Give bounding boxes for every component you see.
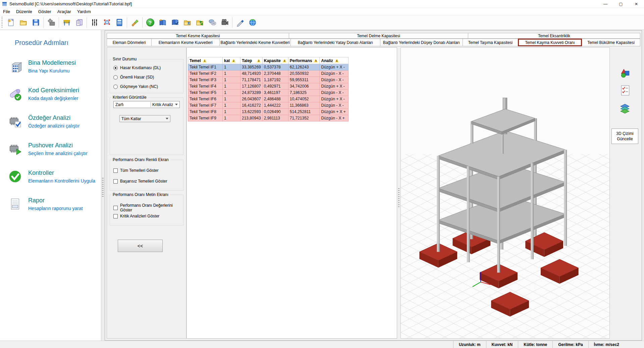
toolbar-frame-view-button[interactable] bbox=[60, 16, 73, 29]
col-kat[interactable]: kat2 bbox=[223, 57, 240, 64]
tab-row: Eleman Dönmeleri Elemanların Kesme Kuvve… bbox=[107, 39, 640, 46]
checkbox-tum-temelleri[interactable]: Tüm Temelleri Göster bbox=[113, 168, 158, 173]
sidebar-splitter[interactable] bbox=[102, 178, 104, 198]
minimize-button[interactable]: — bbox=[598, 0, 613, 8]
table-row[interactable]: Tekil Temel IF91213,809432,98111371,7213… bbox=[188, 115, 348, 121]
toolbar-grip[interactable] bbox=[1, 17, 3, 28]
text-screen-label: Performans Oranı Metin Ekranı bbox=[111, 192, 170, 197]
toolbar-new-file-button[interactable] bbox=[5, 16, 17, 29]
collapse-panel-button[interactable]: << bbox=[118, 240, 163, 252]
status-force-unit: Kuvvet: kN bbox=[486, 341, 518, 348]
sidebar-item-ozdeger-analizi[interactable]: Özdeğer Analizi Özdeğer analizini çalışt… bbox=[7, 114, 101, 129]
tab-eleman-donmeleri[interactable]: Eleman Dönmeleri bbox=[107, 39, 152, 46]
col-performans[interactable]: Performans5 bbox=[288, 57, 320, 64]
sidebar-item-subtitle: Hesapların raporunu yarat bbox=[28, 206, 83, 211]
sort-badge-icon: 4 bbox=[282, 59, 287, 62]
text-screen-group: Performans Oranı Metin Ekranı Performans… bbox=[110, 195, 183, 226]
criteria-combo-option: Kritik Analiz bbox=[152, 102, 173, 107]
toolbar-pen-button[interactable] bbox=[234, 16, 246, 29]
pen-icon bbox=[236, 18, 245, 27]
toolbar-save-button[interactable] bbox=[30, 16, 42, 29]
table-row[interactable]: Tekil Temel IF2148,7149202,37044820,5509… bbox=[188, 70, 348, 77]
checks-list-button[interactable] bbox=[618, 83, 632, 98]
table-viewport-splitter[interactable] bbox=[397, 47, 400, 339]
procedure-sidebar: Prosedür Adımları Bina Modellemesi Bina … bbox=[0, 30, 101, 341]
checkbox-basarisiz-temelleri[interactable]: Başarısız Temelleri Göster bbox=[113, 179, 167, 184]
sidebar-item-rapor[interactable]: Rapor Hesapların raporunu yarat bbox=[7, 196, 101, 212]
sidebar-item-kontroller[interactable]: Kontroller Elemanların Kontrollerini Uyg… bbox=[7, 169, 101, 184]
toolbar-report-button[interactable] bbox=[73, 16, 85, 29]
col-kapasite[interactable]: Kapasite4 bbox=[262, 57, 288, 64]
radio-gocmeye-yakin[interactable]: Göçmeye Yakın (NC) bbox=[113, 84, 158, 89]
tab-dusey-donati[interactable]: Bağlantı Yerlerindeki Düşey Donatı Alanl… bbox=[380, 39, 463, 46]
sidebar-item-bina-modellemesi[interactable]: Bina Modellemesi Bina Yapı Kurulumu bbox=[7, 59, 101, 74]
toolbar-video-button[interactable] bbox=[218, 16, 231, 29]
table-row[interactable]: Tekil Temel IF5124,8732893,4611977,18632… bbox=[188, 90, 348, 96]
window-title: SeismoBuild [C:\Users\seismosoft\Desktop… bbox=[9, 1, 132, 6]
table-row[interactable]: Tekil Temel IF7116,4162721,44422211,3668… bbox=[188, 102, 348, 109]
tab-yatay-donati[interactable]: Bağlantı Yerlerindeki Yatay Donatı Alanl… bbox=[290, 39, 380, 46]
toolbar-open-button[interactable] bbox=[17, 16, 30, 29]
checklist-icon bbox=[619, 84, 631, 97]
col-analiz[interactable]: Analiz6 bbox=[320, 57, 348, 64]
maximize-button[interactable]: ▢ bbox=[613, 0, 629, 8]
tab-bukulme-kapasitesi[interactable]: Temel Bükülme Kapasitesi bbox=[582, 39, 640, 46]
radio-icon bbox=[113, 66, 118, 70]
help-icon: ? bbox=[146, 18, 154, 27]
radio-onemli-hasar[interactable]: Önemli Hasar (SD) bbox=[113, 75, 154, 80]
menu-goster[interactable]: Göster bbox=[35, 9, 54, 14]
toolbar-calculator-button[interactable] bbox=[113, 16, 125, 29]
toolbar-export-button[interactable] bbox=[194, 16, 206, 29]
splitter-grip[interactable] bbox=[398, 188, 399, 207]
sidebar-item-kod-gereksinimleri[interactable]: Kod Gereksinimleri Koda dayalı değişkenl… bbox=[7, 86, 101, 102]
table-row[interactable]: Tekil Temel IF1133,3852690,53737862,1262… bbox=[188, 64, 348, 70]
tab-tasima-kapasitesi[interactable]: Temel Taşıma Kapasitesi bbox=[463, 39, 518, 46]
col-talep[interactable]: Talep3 bbox=[240, 57, 263, 64]
radio-icon bbox=[113, 85, 118, 89]
radio-hasar-kisitlamasi[interactable]: Hasar Kısıtlaması (DL) bbox=[113, 65, 161, 70]
calculator-icon bbox=[115, 18, 124, 27]
table-row[interactable]: Tekil Temel IF8113,6225930,026490514,252… bbox=[188, 109, 348, 115]
toolbar-tutorial-button[interactable] bbox=[156, 16, 169, 29]
tab-group-eksantriklik[interactable]: Temel Eksantriklik bbox=[468, 33, 640, 39]
checkbox-performans-degerleri[interactable]: Performans Oranı Değerlerini Göster bbox=[113, 203, 183, 212]
tab-group-kesme[interactable]: Temel Kesme Kapasitesi bbox=[107, 33, 289, 39]
toolbar-import-button[interactable] bbox=[181, 16, 194, 29]
layers-button[interactable] bbox=[618, 101, 632, 116]
color-screen-label: Performans Oranı Renkli Ekran bbox=[111, 157, 170, 162]
checkbox-kritik-analizleri[interactable]: Kritik Analizleri Göster bbox=[113, 214, 159, 218]
sidebar-item-pushover-analizi[interactable]: Pushover Analizi Seçilen İtme analizini … bbox=[7, 141, 101, 157]
toolbar-web-button[interactable] bbox=[246, 16, 259, 29]
toolbar-rebar-button[interactable] bbox=[88, 16, 101, 29]
menu-araclar[interactable]: Araçlar bbox=[54, 9, 74, 14]
update-3d-drawing-button[interactable]: 3D Çizimi Güncelle bbox=[611, 129, 638, 144]
floors-dropdown[interactable]: Tüm Katlar bbox=[119, 115, 170, 122]
sort-badge-icon: 5 bbox=[314, 59, 318, 62]
toolbar-brush-button[interactable] bbox=[128, 16, 141, 29]
menu-bar: File Düzenle Göster Araçlar Yardım bbox=[0, 8, 644, 15]
main-panel: Temel Kesme Kapasitesi Temel Delme Kapas… bbox=[105, 30, 642, 341]
table-row[interactable]: Tekil Temel IF3171,1784711,18719259,9553… bbox=[188, 77, 348, 83]
toolbar-forum-button[interactable] bbox=[206, 16, 218, 29]
tab-kayma-kuvveti-orani[interactable]: Temel Kayma Kuvveti Oranı bbox=[518, 39, 582, 46]
update-3d-button[interactable] bbox=[618, 65, 632, 80]
toolbar-settings-button[interactable] bbox=[45, 16, 57, 29]
title-bar: SeismoBuild [C:\Users\seismosoft\Desktop… bbox=[0, 0, 644, 8]
table-row[interactable]: Tekil Temel IF4117,1268070,49297134,7420… bbox=[188, 83, 348, 90]
tab-elemanlarin-kesme[interactable]: Elemanların Kesme Kuvvetleri bbox=[151, 39, 220, 46]
save-icon bbox=[32, 18, 40, 27]
tab-baglanti-kesme[interactable]: Bağlantı Yerlerindeki Kesme Kuvvetleri bbox=[219, 39, 291, 46]
menu-duzenle[interactable]: Düzenle bbox=[13, 9, 35, 14]
menu-yardim[interactable]: Yardım bbox=[74, 9, 94, 14]
toolbar-help-button[interactable]: ? bbox=[144, 16, 156, 29]
3d-viewport[interactable] bbox=[400, 47, 610, 339]
table-row[interactable]: Tekil Temel IF6126,0436072,48648810,4740… bbox=[188, 96, 348, 102]
close-button[interactable]: ✕ bbox=[629, 0, 644, 8]
criteria-combo[interactable]: Zarfı Kritik Analiz bbox=[113, 101, 180, 108]
toolbar-3d-model-button[interactable] bbox=[101, 16, 113, 29]
col-temel[interactable]: Temel1 bbox=[188, 57, 223, 64]
menu-file[interactable]: File bbox=[0, 9, 13, 14]
toolbar-manual-button[interactable] bbox=[169, 16, 181, 29]
tab-group-delme[interactable]: Temel Delme Kapasitesi bbox=[289, 33, 468, 39]
checkbox-icon bbox=[113, 214, 118, 218]
